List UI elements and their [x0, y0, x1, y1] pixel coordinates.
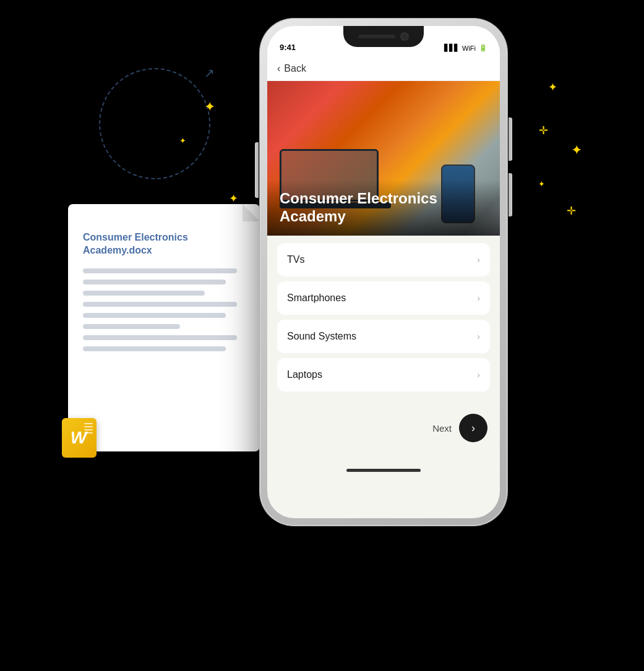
- menu-item-laptops-chevron: ›: [477, 370, 480, 380]
- phone-volume-button: [255, 142, 259, 198]
- sparkle-5: ✦: [571, 142, 582, 158]
- dashed-circle-decoration: [99, 68, 210, 179]
- sparkle-1: ✦: [204, 99, 215, 115]
- menu-item-sound-systems-label: Sound Systems: [287, 331, 356, 342]
- menu-item-tvs-label: TVs: [287, 254, 304, 265]
- sparkle-6: ✦: [538, 179, 545, 189]
- circle-arrow-decoration: ↗: [204, 66, 215, 80]
- doc-line-4: [83, 302, 237, 307]
- phone-mockup: 9:41 ▋▋▋ WiFi 🔋 ‹ Back: [260, 19, 507, 649]
- hero-overlay: Consumer Electronics Academy: [267, 180, 500, 236]
- hero-title: Consumer Electronics Academy: [280, 190, 487, 226]
- home-indicator: [267, 461, 500, 479]
- back-button-label[interactable]: Back: [284, 63, 306, 74]
- doc-line-6: [83, 324, 180, 329]
- phone-notch: [343, 26, 424, 47]
- bottom-navigation: Next ›: [267, 404, 500, 461]
- status-time: 9:41: [280, 43, 296, 52]
- next-arrow-icon: ›: [471, 422, 475, 435]
- menu-item-smartphones-chevron: ›: [477, 293, 480, 303]
- menu-section: TVs › Smartphones › Sound Systems › Lapt…: [267, 236, 500, 404]
- doc-line-3: [83, 291, 205, 296]
- back-chevron-icon: ‹: [277, 63, 280, 74]
- menu-item-laptops-label: Laptops: [287, 369, 322, 380]
- sparkle-3: ✦: [229, 192, 238, 205]
- document-card: Consumer Electronics Academy.docx W: [49, 204, 254, 464]
- doc-line-7: [83, 335, 237, 340]
- menu-item-tvs[interactable]: TVs ›: [277, 243, 490, 276]
- doc-line-8: [83, 346, 226, 351]
- menu-item-sound-systems[interactable]: Sound Systems ›: [277, 320, 490, 353]
- next-button[interactable]: ›: [459, 414, 487, 442]
- menu-item-sound-systems-chevron: ›: [477, 331, 480, 341]
- menu-item-smartphones-label: Smartphones: [287, 293, 346, 304]
- status-icons: ▋▋▋ WiFi 🔋: [444, 44, 487, 52]
- cross-decoration-2: ✛: [567, 204, 576, 218]
- doc-line-1: [83, 268, 237, 273]
- notch-speaker: [358, 35, 395, 38]
- menu-item-laptops[interactable]: Laptops ›: [277, 358, 490, 391]
- phone-screen: 9:41 ▋▋▋ WiFi 🔋 ‹ Back: [267, 26, 500, 518]
- sparkle-2: ✦: [179, 136, 186, 145]
- cross-decoration-1: ✛: [539, 124, 548, 137]
- document-title: Consumer Electronics Academy.docx: [83, 231, 245, 257]
- home-bar: [346, 469, 421, 472]
- battery-icon: 🔋: [479, 44, 487, 52]
- doc-line-5: [83, 313, 226, 318]
- next-label: Next: [432, 423, 452, 434]
- menu-item-tvs-chevron: ›: [477, 255, 480, 265]
- notch-camera: [400, 32, 409, 41]
- doc-line-2: [83, 280, 226, 284]
- phone-frame: 9:41 ▋▋▋ WiFi 🔋 ‹ Back: [260, 19, 507, 526]
- document-paper: Consumer Electronics Academy.docx: [68, 204, 260, 451]
- doc-corner: [243, 204, 260, 221]
- wifi-icon: WiFi: [462, 45, 476, 52]
- menu-item-smartphones[interactable]: Smartphones ›: [277, 281, 490, 315]
- sparkle-4: ✦: [548, 80, 557, 94]
- hero-section: Consumer Electronics Academy: [267, 81, 500, 236]
- word-icon: W: [62, 418, 97, 458]
- signal-icon: ▋▋▋: [444, 44, 459, 52]
- back-navigation[interactable]: ‹ Back: [267, 57, 500, 81]
- word-icon-lines: [84, 423, 93, 434]
